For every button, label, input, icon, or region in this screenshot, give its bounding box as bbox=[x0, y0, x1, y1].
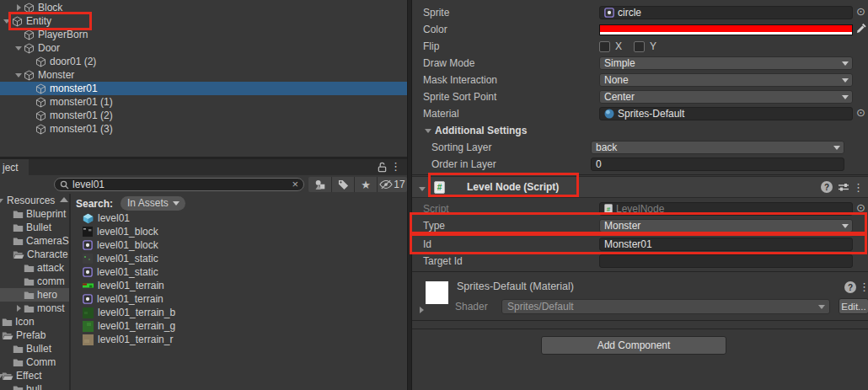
tag-icon[interactable] bbox=[331, 177, 354, 192]
add-component-button[interactable]: Add Component bbox=[541, 336, 726, 355]
level-node-component-header[interactable]: # Level Node (Script) ? ⋮ bbox=[412, 176, 868, 198]
inspector-row-id: IdMonster01 bbox=[412, 236, 868, 253]
project-tab[interactable]: ject bbox=[0, 159, 29, 175]
hierarchy-item[interactable]: door01 (2) bbox=[0, 55, 407, 68]
folder-tree-item[interactable]: Bullet bbox=[0, 221, 69, 234]
project-folder-tree: ResourcesBlueprintBulletCameraSCharactea… bbox=[0, 194, 71, 390]
dropdown-field[interactable]: None bbox=[599, 73, 853, 87]
search-scope-row: Search: In Assets bbox=[71, 195, 407, 211]
object-field[interactable]: Sprites-Default bbox=[599, 107, 853, 120]
folder-tree-item[interactable]: Blueprint bbox=[0, 207, 69, 221]
object-field[interactable]: #LevelNode bbox=[599, 202, 853, 216]
color-swatch-field[interactable] bbox=[599, 24, 853, 35]
eyedropper-icon[interactable] bbox=[856, 24, 866, 34]
help-icon[interactable]: ? bbox=[821, 181, 833, 193]
folder-tree-item[interactable]: Prefab bbox=[0, 329, 69, 342]
asset-list-item[interactable]: level01_terrain bbox=[71, 279, 407, 292]
foldout-arrow-icon bbox=[25, 110, 35, 120]
folder-tree-item[interactable]: attack bbox=[0, 261, 69, 275]
object-value: LevelNode bbox=[616, 203, 664, 215]
hierarchy-item[interactable]: Entity bbox=[0, 14, 407, 28]
hierarchy-item[interactable]: PlayerBorn bbox=[0, 28, 407, 41]
asset-list-item[interactable]: level01_block bbox=[71, 225, 407, 238]
text-input-field[interactable]: Monster01 bbox=[599, 238, 853, 251]
foldout-arrow-icon[interactable] bbox=[423, 126, 433, 136]
dropdown-field[interactable]: Center bbox=[599, 90, 853, 104]
hierarchy-item[interactable]: monster01 (3) bbox=[0, 122, 407, 136]
dropdown-field[interactable]: Simple bbox=[599, 56, 853, 70]
cube-outline-icon bbox=[35, 124, 46, 135]
hidden-count-button[interactable]: 17 bbox=[377, 177, 407, 192]
filter-by-type-icon[interactable] bbox=[308, 177, 331, 192]
foldout-arrow-icon[interactable] bbox=[0, 195, 5, 206]
folder-tree-item[interactable]: bull bbox=[0, 382, 69, 390]
folder-tree-item[interactable]: monst bbox=[0, 302, 69, 315]
hierarchy-item[interactable]: Block bbox=[0, 1, 407, 14]
hierarchy-item[interactable]: Monster bbox=[0, 68, 407, 82]
folder-tree-item[interactable]: CameraS bbox=[0, 234, 69, 248]
foldout-arrow-icon[interactable] bbox=[416, 305, 426, 315]
search-input[interactable]: level01 × bbox=[54, 178, 304, 191]
inspector-row-sorting-layer: Sorting Layerback bbox=[412, 139, 868, 156]
object-picker-icon[interactable]: ⊙ bbox=[856, 6, 865, 17]
folder-tree-item[interactable]: comm bbox=[0, 275, 69, 288]
asset-list-item[interactable]: level01 bbox=[71, 211, 407, 225]
asset-list-item[interactable]: level01_static bbox=[71, 265, 407, 279]
object-field[interactable]: circle bbox=[599, 6, 853, 19]
folder-icon bbox=[24, 304, 35, 313]
search-scope-label: Search: bbox=[76, 198, 113, 210]
text-input-field[interactable] bbox=[599, 254, 853, 268]
asset-list-item-label: level01_terrain_r bbox=[98, 334, 173, 345]
folder-tree-item[interactable]: Icon bbox=[0, 315, 69, 329]
hierarchy-item[interactable]: Door bbox=[0, 41, 407, 55]
folder-tree-item-label: hero bbox=[37, 289, 57, 301]
favorites-star-icon[interactable]: ★ bbox=[354, 177, 377, 192]
folder-tree-item[interactable]: hero bbox=[0, 288, 69, 302]
foldout-arrow-icon[interactable] bbox=[13, 303, 24, 313]
foldout-arrow-icon[interactable] bbox=[13, 70, 24, 80]
hierarchy-item[interactable]: monster01 (2) bbox=[0, 109, 407, 122]
foldout-arrow-icon[interactable] bbox=[13, 43, 24, 53]
kebab-menu-icon[interactable]: ⋮ bbox=[853, 181, 864, 194]
foldout-arrow-icon[interactable] bbox=[2, 16, 12, 26]
foldout-arrow-icon bbox=[25, 83, 35, 93]
sprite-renderer-rows: Sprite⊙circleColorFlipXYDraw ModeSimpleM… bbox=[412, 0, 868, 173]
folder-tree-item[interactable]: Effect bbox=[0, 369, 69, 382]
foldout-arrow-icon[interactable] bbox=[0, 371, 5, 381]
foldout-label[interactable]: Additional Settings bbox=[435, 125, 527, 136]
clear-search-icon[interactable]: × bbox=[292, 180, 298, 189]
folder-tree-item[interactable]: Characte bbox=[0, 248, 69, 261]
asset-list-item[interactable]: level01_block bbox=[71, 238, 407, 252]
lock-icon[interactable] bbox=[378, 162, 387, 173]
asset-list-item[interactable]: level01_terrain_b bbox=[71, 306, 407, 319]
asset-list-item[interactable]: level01_terrain bbox=[71, 292, 407, 306]
kebab-menu-icon[interactable]: ⋮ bbox=[390, 160, 401, 173]
kebab-menu-icon[interactable]: ⋮ bbox=[859, 280, 868, 293]
component-divider bbox=[412, 174, 868, 175]
dropdown-field[interactable]: back bbox=[591, 141, 844, 154]
asset-list-item[interactable]: level01_terrain_r bbox=[71, 333, 407, 346]
presets-icon[interactable] bbox=[838, 182, 849, 192]
folder-tree-item-label: CameraS bbox=[26, 235, 69, 247]
edit-shader-button[interactable]: Edit... bbox=[839, 298, 868, 314]
checkbox-y[interactable] bbox=[634, 41, 645, 52]
asset-list-item[interactable]: level01_terrain_g bbox=[71, 319, 407, 333]
help-icon[interactable]: ? bbox=[844, 281, 856, 293]
hierarchy-item[interactable]: monster01 bbox=[0, 82, 407, 95]
object-picker-icon[interactable]: ⊙ bbox=[856, 107, 865, 118]
inspector-row-mask-interaction: Mask InteractionNone bbox=[412, 72, 868, 88]
asset-list-item[interactable]: level01_static bbox=[71, 252, 407, 265]
folder-tree-item[interactable]: Comm bbox=[0, 355, 69, 369]
folder-tree-item[interactable]: Resources bbox=[0, 194, 69, 207]
search-scope-chip[interactable]: In Assets bbox=[121, 196, 185, 211]
foldout-arrow-icon[interactable] bbox=[13, 3, 24, 13]
text-input-field[interactable]: 0 bbox=[591, 158, 844, 171]
dropdown-field[interactable]: Monster bbox=[599, 219, 853, 232]
foldout-arrow-icon[interactable] bbox=[417, 184, 427, 194]
hierarchy-item[interactable]: monster01 (1) bbox=[0, 95, 407, 109]
checkbox-x[interactable] bbox=[599, 41, 610, 52]
folder-tree-item[interactable]: Bullet bbox=[0, 342, 69, 355]
object-picker-icon[interactable]: ⊙ bbox=[856, 202, 865, 213]
shader-dropdown[interactable]: Sprites/Default bbox=[501, 299, 830, 314]
chevron-down-icon bbox=[842, 61, 849, 66]
